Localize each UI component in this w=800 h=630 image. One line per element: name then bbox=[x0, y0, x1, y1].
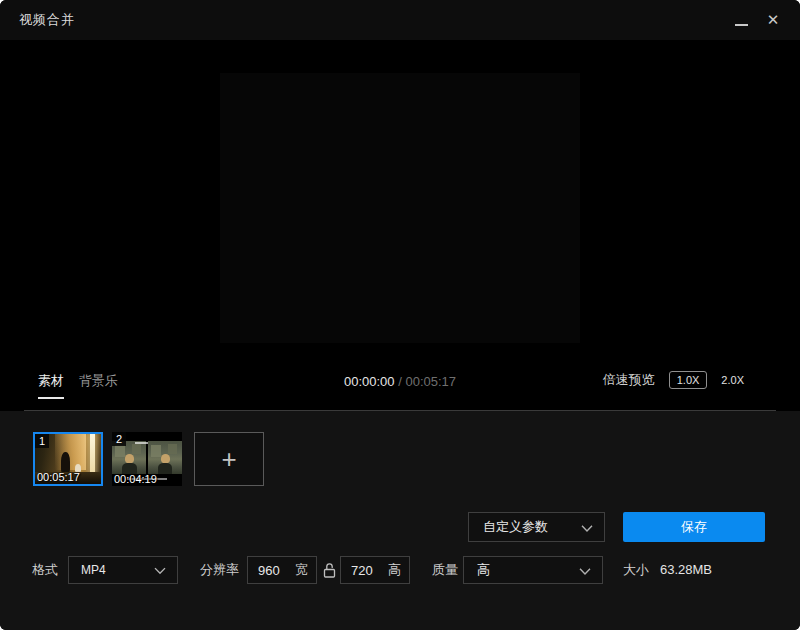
custom-params-dropdown[interactable]: 自定义参数 bbox=[468, 512, 605, 542]
clip-thumbnail-2[interactable]: 2 00:04:19 bbox=[112, 432, 182, 486]
quality-dropdown[interactable]: 高 bbox=[463, 556, 603, 584]
chevron-down-icon bbox=[579, 564, 591, 579]
clips-row: 1 00:05:17 bbox=[33, 432, 264, 486]
clip2-duration: 00:04:19 bbox=[114, 473, 157, 485]
speed-preview-label: 倍速预览 bbox=[603, 371, 655, 389]
chevron-down-icon bbox=[581, 521, 593, 536]
clip-thumbnail-1[interactable]: 1 00:05:17 bbox=[33, 432, 103, 486]
width-field: 宽 bbox=[247, 556, 317, 584]
save-button-label: 保存 bbox=[681, 518, 707, 536]
titlebar: 视频合并 ✕ bbox=[0, 0, 800, 40]
close-button[interactable]: ✕ bbox=[756, 0, 790, 40]
minimize-icon bbox=[735, 24, 748, 26]
time-total: 00:05:17 bbox=[405, 374, 456, 389]
size-value: 63.28MB bbox=[660, 556, 712, 584]
format-label: 格式 bbox=[32, 556, 58, 584]
width-suffix-label: 宽 bbox=[295, 561, 316, 579]
export-params-row: 格式 MP4 分辨率 宽 高 质 bbox=[0, 556, 800, 584]
minimize-button[interactable] bbox=[724, 0, 758, 40]
custom-params-value: 自定义参数 bbox=[483, 518, 548, 536]
time-separator: / bbox=[395, 374, 406, 389]
speed-preview-group: 倍速预览 1.0X 2.0X bbox=[603, 371, 744, 389]
video-merge-window: 视频合并 ✕ 素材 背景乐 00:00:00 / 00:05:17 倍速预 bbox=[0, 0, 800, 630]
player-area: 素材 背景乐 00:00:00 / 00:05:17 倍速预览 1.0X 2.0… bbox=[0, 40, 800, 412]
add-clip-button[interactable]: + bbox=[194, 432, 264, 486]
close-icon: ✕ bbox=[767, 11, 780, 29]
format-value: MP4 bbox=[81, 563, 106, 577]
height-input[interactable] bbox=[341, 563, 377, 578]
clip1-index-badge: 1 bbox=[35, 434, 49, 448]
size-label: 大小 bbox=[623, 556, 649, 584]
video-preview-canvas bbox=[220, 73, 580, 343]
format-dropdown[interactable]: MP4 bbox=[68, 556, 178, 584]
speed-option-2x[interactable]: 2.0X bbox=[721, 374, 744, 386]
quality-value: 高 bbox=[477, 561, 490, 579]
player-control-row: 素材 背景乐 00:00:00 / 00:05:17 倍速预览 1.0X 2.0… bbox=[0, 365, 800, 405]
aspect-lock-toggle[interactable] bbox=[320, 561, 338, 579]
bottom-panel: 1 00:05:17 bbox=[0, 411, 800, 630]
plus-icon: + bbox=[221, 446, 236, 472]
clip1-duration: 00:05:17 bbox=[37, 471, 80, 483]
save-button[interactable]: 保存 bbox=[623, 512, 765, 542]
unlock-icon bbox=[322, 562, 337, 579]
resolution-label: 分辨率 bbox=[200, 556, 239, 584]
speed-option-1x[interactable]: 1.0X bbox=[669, 371, 708, 389]
clip2-index-badge: 2 bbox=[112, 432, 126, 446]
width-input[interactable] bbox=[248, 563, 284, 578]
height-suffix-label: 高 bbox=[388, 561, 409, 579]
quality-label: 质量 bbox=[432, 556, 458, 584]
window-title: 视频合并 bbox=[19, 11, 75, 29]
height-field: 高 bbox=[340, 556, 410, 584]
time-current: 00:00:00 bbox=[344, 374, 395, 389]
chevron-down-icon bbox=[154, 564, 166, 578]
